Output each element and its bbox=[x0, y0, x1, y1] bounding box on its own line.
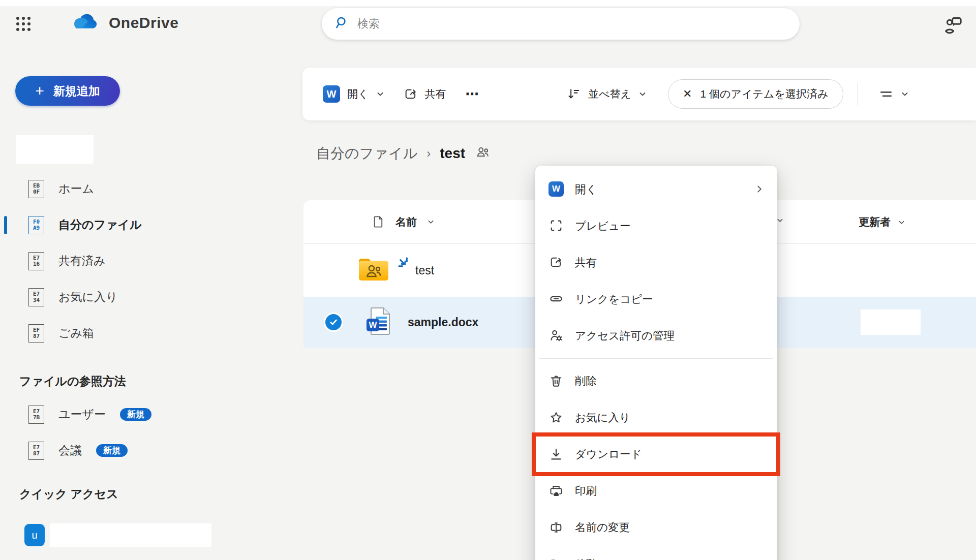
menu-item-delete[interactable]: 削除 bbox=[535, 363, 777, 399]
view-options-button[interactable] bbox=[872, 81, 915, 107]
sidebar-item-home[interactable]: EB0F ホーム bbox=[0, 171, 244, 207]
menu-item-label: お気に入り bbox=[575, 410, 630, 425]
onedrive-cloud-icon bbox=[70, 12, 100, 34]
site-avatar: u bbox=[24, 524, 45, 546]
breadcrumb-separator-icon: › bbox=[426, 146, 431, 161]
star-icon bbox=[548, 410, 564, 425]
menu-item-copy-link[interactable]: リンクをコピー bbox=[535, 281, 777, 317]
selection-count-pill[interactable]: ✕ 1 個のアイテムを選択済み bbox=[668, 79, 843, 109]
word-icon: W bbox=[323, 85, 340, 103]
menu-item-label: 印刷 bbox=[575, 483, 597, 498]
menu-item-favorite[interactable]: お気に入り bbox=[535, 399, 777, 436]
sidebar-item-label: 自分のファイル bbox=[58, 217, 142, 233]
new-item-sparkle-icon bbox=[397, 256, 413, 274]
sidebar-item-meetings[interactable]: E787 会議 新規 bbox=[0, 432, 244, 469]
word-icon: W bbox=[548, 181, 564, 197]
menu-item-rename[interactable]: 名前の変更 bbox=[535, 509, 777, 546]
menu-item-label: 開く bbox=[575, 182, 597, 197]
breadcrumb-current[interactable]: test bbox=[440, 145, 465, 162]
menu-divider bbox=[539, 358, 773, 359]
toolbar-divider bbox=[858, 83, 859, 105]
more-commands-button[interactable]: ⋯ bbox=[460, 81, 486, 107]
menu-item-label: リンクをコピー bbox=[575, 292, 653, 306]
search-input[interactable] bbox=[357, 17, 787, 30]
selection-count-label: 1 個のアイテムを選択済み bbox=[700, 87, 829, 101]
sort-label: 並べ替え bbox=[588, 87, 631, 101]
person-gear-icon bbox=[548, 328, 564, 343]
new-badge: 新規 bbox=[120, 408, 151, 421]
column-header-modified-chevron-icon[interactable] bbox=[776, 216, 784, 226]
file-name[interactable]: sample.docx bbox=[408, 316, 478, 329]
chevron-down-icon bbox=[901, 90, 909, 98]
open-label: 開く bbox=[347, 87, 369, 101]
menu-item-label: 移動 bbox=[575, 556, 597, 560]
new-badge: 新規 bbox=[96, 444, 128, 457]
browse-files-section-title: ファイルの参照方法 bbox=[0, 366, 244, 396]
meetings-nav-icon: E787 bbox=[28, 442, 44, 460]
clear-selection-icon[interactable]: ✕ bbox=[683, 87, 692, 101]
sidebar-item-label: ユーザー bbox=[58, 407, 106, 422]
people-nav-icon: E77B bbox=[28, 406, 44, 424]
download-highlight-frame bbox=[532, 432, 780, 476]
share-icon bbox=[548, 255, 564, 270]
move-folder-icon bbox=[548, 556, 564, 560]
share-button[interactable]: 共有 bbox=[398, 82, 452, 106]
sidebar-item-shared[interactable]: E716 共有済み bbox=[0, 243, 244, 279]
file-type-column-icon bbox=[372, 215, 385, 229]
add-new-button[interactable]: + 新規追加 bbox=[15, 76, 120, 106]
svg-text:W: W bbox=[369, 320, 377, 330]
trash-icon bbox=[548, 374, 564, 389]
command-toolbar: W 開く 共有 ⋯ 並べ替え ✕ 1 個のアイテムを選択済み bbox=[302, 68, 976, 120]
plus-icon: + bbox=[35, 83, 44, 99]
printer-cloud-icon bbox=[548, 483, 564, 499]
menu-item-download[interactable]: ダウンロード bbox=[535, 436, 777, 473]
search-bar[interactable] bbox=[322, 8, 800, 40]
list-view-icon bbox=[878, 86, 894, 102]
shared-people-icon bbox=[474, 144, 492, 163]
redacted-account-block bbox=[16, 135, 94, 164]
sidebar-item-people[interactable]: E77B ユーザー 新規 bbox=[0, 396, 244, 432]
file-name[interactable]: test bbox=[415, 264, 434, 277]
sidebar-item-label: 会議 bbox=[58, 443, 82, 458]
app-launcher-icon[interactable] bbox=[9, 11, 38, 37]
breadcrumb-parent[interactable]: 自分のファイル bbox=[316, 144, 417, 163]
redacted-quick-access-name bbox=[50, 523, 211, 547]
menu-item-move[interactable]: 移動 bbox=[535, 546, 777, 560]
onedrive-logo[interactable]: OneDrive bbox=[70, 12, 178, 34]
sort-button[interactable]: 並べ替え bbox=[561, 82, 653, 106]
chevron-down-icon bbox=[427, 218, 435, 226]
menu-item-label: 名前の変更 bbox=[575, 520, 630, 535]
menu-item-open[interactable]: W 開く bbox=[535, 171, 777, 207]
open-button[interactable]: W 開く bbox=[317, 80, 390, 108]
feedback-icon[interactable] bbox=[937, 10, 969, 39]
sidebar-item-favorites[interactable]: E734 お気に入り bbox=[0, 279, 244, 315]
sidebar-item-recycle-bin[interactable]: EF87 ごみ箱 bbox=[0, 315, 244, 351]
menu-item-print[interactable]: 印刷 bbox=[535, 473, 777, 509]
menu-item-manage-access[interactable]: アクセス許可の管理 bbox=[535, 317, 777, 354]
breadcrumb: 自分のファイル › test bbox=[316, 144, 492, 163]
share-label: 共有 bbox=[425, 87, 446, 101]
column-header-updated-by[interactable]: 更新者 bbox=[859, 200, 905, 244]
menu-item-label: ダウンロード bbox=[575, 447, 642, 461]
chevron-down-icon bbox=[898, 219, 905, 226]
shared-icon: E716 bbox=[28, 252, 44, 270]
recycle-bin-icon: EF87 bbox=[28, 324, 44, 343]
menu-item-share[interactable]: 共有 bbox=[535, 244, 777, 281]
sidebar-item-label: ホーム bbox=[58, 181, 94, 197]
sidebar-item-label: 共有済み bbox=[58, 253, 106, 269]
menu-item-preview[interactable]: プレビュー bbox=[535, 207, 777, 244]
shared-folder-icon bbox=[357, 256, 390, 285]
sidebar-item-my-files[interactable]: F0A9 自分のファイル bbox=[0, 207, 244, 243]
chevron-down-icon bbox=[638, 90, 647, 98]
my-files-icon: F0A9 bbox=[28, 216, 44, 234]
redacted-updated-by bbox=[861, 309, 921, 335]
column-header-name[interactable]: 名前 bbox=[395, 215, 417, 229]
selected-check-icon[interactable] bbox=[324, 313, 343, 332]
sidebar-nav: EB0F ホーム F0A9 自分のファイル E716 共有済み E734 お気に… bbox=[0, 171, 244, 509]
download-icon bbox=[548, 447, 564, 462]
menu-item-label: 削除 bbox=[575, 374, 597, 388]
quick-access-item[interactable]: u bbox=[24, 523, 211, 547]
share-icon bbox=[404, 87, 418, 101]
chevron-right-icon bbox=[755, 184, 764, 194]
menu-item-label: アクセス許可の管理 bbox=[575, 328, 675, 343]
